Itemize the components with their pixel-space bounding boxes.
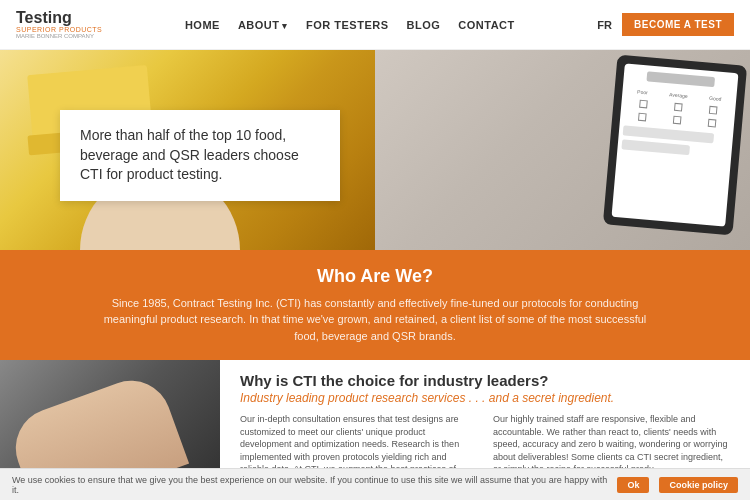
language-switch[interactable]: FR [597,19,612,31]
hero-text: More than half of the top 10 food, bever… [80,126,320,185]
tablet-line-2 [621,139,690,155]
checkbox-2 [674,103,683,112]
why-title: Why is CTI the choice for industry leade… [240,372,730,389]
checkbox-5 [673,116,682,125]
tablet-screen: Poor Average Good [612,63,739,226]
who-section: Who Are We? Since 1985, Contract Testing… [0,250,750,360]
checkbox-1 [639,100,648,109]
become-tester-button[interactable]: BECOME A TEST [622,13,734,36]
hero-text-box: More than half of the top 10 food, bever… [60,110,340,201]
why-left-image [0,360,220,475]
cookie-policy-button[interactable]: Cookie policy [659,477,738,493]
cookie-ok-button[interactable]: Ok [617,477,649,493]
logo-sub2: Marie Bonner Company [16,33,102,39]
checkbox-3 [709,106,718,115]
why-content: Why is CTI the choice for industry leade… [220,360,750,475]
tablet-header [646,71,715,87]
header: Testing Superior Products Marie Bonner C… [0,0,750,50]
who-text: Since 1985, Contract Testing Inc. (CTI) … [95,295,655,345]
why-section: Why is CTI the choice for industry leade… [0,360,750,475]
nav-about[interactable]: ABOUT [238,19,288,31]
nav-blog[interactable]: BLOG [407,19,441,31]
why-columns: Our in-depth consultation ensures that t… [240,413,730,475]
nav-contact[interactable]: CONTACT [458,19,514,31]
why-col-2: Our highly trained staff are responsive,… [493,413,730,475]
checkbox-4 [638,113,647,122]
logo: Testing Superior Products Marie Bonner C… [16,10,102,39]
header-right: FR BECOME A TEST [597,13,734,36]
main-nav: HOME ABOUT FOR TESTERS BLOG CONTACT [185,19,515,31]
nav-home[interactable]: HOME [185,19,220,31]
why-subtitle: Industry leading product research servic… [240,391,730,405]
logo-subtitle: Superior Products [16,26,102,33]
hero-right-image: Poor Average Good [375,50,750,250]
nav-for-testers[interactable]: FOR TESTERS [306,19,389,31]
tablet-decoration: Poor Average Good [603,55,747,236]
logo-title: Testing [16,10,102,26]
cookie-text: We use cookies to ensure that we give yo… [12,475,607,495]
hero-section: Poor Average Good More than h [0,50,750,250]
checkbox-6 [708,119,717,128]
cookie-bar: We use cookies to ensure that we give yo… [0,468,750,500]
why-col-1: Our in-depth consultation ensures that t… [240,413,477,475]
who-title: Who Are We? [317,266,433,287]
hand-decoration [5,369,190,475]
